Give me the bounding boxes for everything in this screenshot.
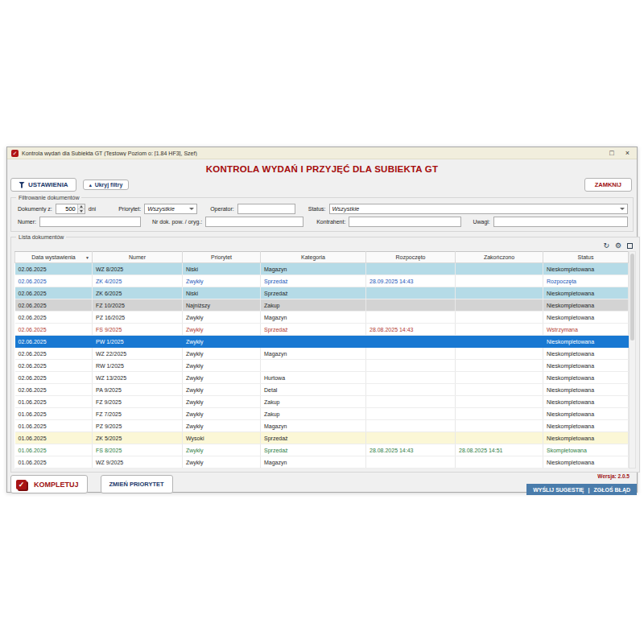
cell-priority: Wysoki [183,432,261,444]
cell-category [261,336,366,348]
cell-category: Sprzedaż [261,324,366,336]
notes-filter-input[interactable] [493,217,628,227]
close-window-button[interactable]: ZAMKNIJ [584,178,632,192]
table-row[interactable]: 01.06.2025 WZ 9/2025 Zwykły Magazyn Nies… [15,456,629,469]
column-header-started[interactable]: Rozpoczęto [366,252,456,263]
gear-icon[interactable]: ⚙ [615,242,621,250]
refresh-icon[interactable]: ↻ [603,242,609,250]
column-header-status[interactable]: Status [543,252,629,263]
table-row[interactable]: 01.06.2025 FZ 7/2025 Zwykły Zakup Niesko… [15,408,629,420]
cell-priority: Najniższy [183,299,261,312]
table-row[interactable]: 02.06.2025 FS 9/2025 Zwykły Sprzedaż 28.… [15,324,629,336]
table-row[interactable]: 02.06.2025 RW 1/2025 Zwykły Nieskompleto… [15,360,629,372]
cell-finished [456,336,543,348]
cell-date: 02.06.2025 [15,336,93,348]
cell-started [366,348,456,360]
cell-started: 28.09.2025 14:43 [366,275,456,287]
cell-started [366,360,456,372]
priority-filter-select[interactable]: Wszystkie [144,204,197,214]
cell-number: FZ 9/2025 [93,396,183,408]
notes-filter-label: Uwagi: [473,219,489,225]
cell-date: 02.06.2025 [15,372,93,384]
send-suggestion-link[interactable]: WYŚLIJ SUGESTIĘ [533,487,584,493]
number-filter-label: Numer: [18,219,36,225]
page: { "window": { "title": "Kontrola wydań d… [0,0,644,644]
column-header-category[interactable]: Kategoria [261,252,366,263]
cell-finished [456,420,543,432]
cell-date: 02.06.2025 [15,263,93,275]
table-row[interactable]: 01.06.2025 FS 8/2025 Zwykły Sprzedaż 28.… [15,444,629,456]
chevron-up-icon: ▴ [89,182,92,188]
cell-date: 02.06.2025 [15,384,93,396]
cell-priority: Zwykły [183,384,261,396]
change-priority-button[interactable]: ZMIEŃ PRIORYTET [101,475,173,493]
operator-filter-input[interactable] [237,204,295,214]
hide-filters-button[interactable]: ▴ Ukryj filtry [83,180,130,190]
fullscreen-icon[interactable] [627,243,633,249]
cell-status: Nieskompletowana [543,263,629,275]
table-row[interactable]: 02.06.2025 PW 1/2025 Zwykły Nieskompleto… [15,336,629,348]
column-header-date[interactable]: Data wystawienia ▼ [15,252,93,263]
cell-started: 28.08.2025 14:43 [366,444,456,456]
contractor-filter-label: Kontrahent: [316,219,345,225]
table-row[interactable]: 02.06.2025 PZ 16/2025 Zwykły Magazyn Nie… [15,312,629,324]
version-text: Wersja: 2.0.5 [597,473,630,479]
column-header-finished[interactable]: Zakończono [456,252,543,263]
cell-priority: Zwykły [183,348,261,360]
cell-status: Nieskompletowana [543,348,629,360]
table-header-row: Data wystawienia ▼ Numer Priorytet Kateg… [15,252,629,263]
table-row[interactable]: 01.06.2025 FZ 9/2025 Zwykły Zakup Niesko… [15,396,629,408]
cell-priority: Zwykły [183,396,261,408]
operator-filter-label: Operator: [210,206,234,212]
table-row[interactable]: 01.06.2025 ZK 5/2025 Wysoki Sprzedaż Nie… [15,432,629,444]
cell-priority: Niski [183,287,261,299]
cell-priority: Zwykły [183,372,261,384]
status-filter-value: Wszystkie [332,205,360,213]
toolbar: USTAWIENIA ▴ Ukryj filtry ZAMKNIJ [7,174,637,195]
table-row[interactable]: 02.06.2025 PA 9/2025 Zwykły Detal Niesko… [15,384,629,396]
table-row[interactable]: 02.06.2025 WZ 22/2025 Zwykły Magazyn Nie… [15,348,629,360]
restore-icon[interactable]: □ [609,150,613,157]
table-row[interactable]: 02.06.2025 ZK 6/2025 Niski Sprzedaż Nies… [15,287,629,299]
cell-category: Magazyn [261,263,366,275]
close-icon[interactable]: × [625,150,630,157]
table-row[interactable]: 02.06.2025 FZ 10/2025 Najniższy Zakup Ni… [15,299,629,312]
cell-status: Nieskompletowana [543,336,629,348]
related-doc-filter-input[interactable] [205,217,303,227]
cell-started [366,396,456,408]
table-row[interactable]: 02.06.2025 WZ 8/2025 Niski Magazyn Niesk… [15,263,629,275]
cell-finished [456,263,543,275]
cell-date: 01.06.2025 [15,444,93,456]
scrollbar-thumb[interactable] [630,254,634,341]
complete-button[interactable]: ✓ KOMPLETUJ [10,475,88,493]
cell-number: ZK 5/2025 [93,432,183,444]
cell-number: ZK 6/2025 [93,287,183,299]
stepper-down-icon[interactable] [78,208,85,213]
filters-row-2: Numer: Nr dok. pow. / oryg.: Kontrahent:… [14,217,630,227]
cell-finished [456,287,543,299]
table-row[interactable]: 02.06.2025 ZK 4/2025 Zwykły Sprzedaż 28.… [15,275,629,287]
cell-date: 01.06.2025 [15,456,93,469]
cell-date: 02.06.2025 [15,324,93,336]
table-row[interactable]: 01.06.2025 PZ 9/2025 Zwykły Magazyn Nies… [15,420,629,432]
cell-number: RW 1/2025 [93,360,183,372]
cell-category: Zakup [261,299,366,312]
report-bug-link[interactable]: ZGŁOŚ BŁĄD [594,487,631,493]
contractor-filter-input[interactable] [349,217,461,227]
vertical-scrollbar[interactable] [629,251,636,469]
priority-filter-label: Priorytet: [118,206,141,212]
cell-finished [456,360,543,372]
column-header-priority[interactable]: Priorytet [183,252,261,263]
status-filter-select[interactable]: Wszystkie [329,204,628,214]
settings-button[interactable]: USTAWIENIA [10,178,76,192]
status-filter-label: Status: [308,206,326,212]
cell-date: 01.06.2025 [15,408,93,420]
cell-number: FZ 7/2025 [93,408,183,420]
settings-button-label: USTAWIENIA [28,181,68,188]
column-header-number[interactable]: Numer [93,252,183,263]
number-filter-input[interactable] [39,217,141,227]
cell-date: 01.06.2025 [15,432,93,444]
table-row[interactable]: 02.06.2025 WZ 13/2025 Zwykły Hurtowa Nie… [15,372,629,384]
documents-from-input[interactable] [56,204,77,213]
chevron-down-icon [620,208,625,210]
